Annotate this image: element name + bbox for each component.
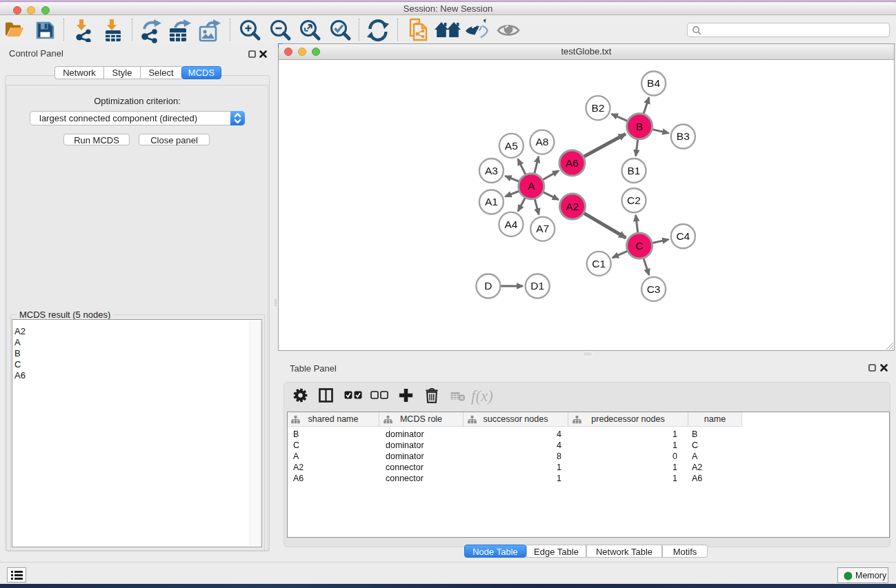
svg-text:A4: A4 <box>504 219 517 230</box>
svg-text:A2: A2 <box>566 201 579 212</box>
svg-text:A1: A1 <box>485 196 498 207</box>
svg-text:D: D <box>484 280 492 292</box>
svg-text:C: C <box>635 240 643 252</box>
svg-text:A7: A7 <box>536 223 549 234</box>
svg-text:C4: C4 <box>676 230 690 242</box>
svg-text:B: B <box>636 121 643 132</box>
svg-text:B1: B1 <box>628 165 641 176</box>
svg-text:A8: A8 <box>535 136 548 148</box>
svg-text:A5: A5 <box>505 140 518 152</box>
svg-text:B4: B4 <box>647 77 660 89</box>
svg-text:B3: B3 <box>677 130 690 142</box>
svg-text:A: A <box>528 180 535 192</box>
svg-text:D1: D1 <box>530 280 544 292</box>
svg-text:A6: A6 <box>566 157 579 169</box>
svg-text:C3: C3 <box>647 283 661 295</box>
svg-text:C2: C2 <box>627 194 641 206</box>
svg-text:A3: A3 <box>485 165 498 176</box>
svg-text:C1: C1 <box>592 258 606 270</box>
svg-text:B2: B2 <box>591 102 604 114</box>
